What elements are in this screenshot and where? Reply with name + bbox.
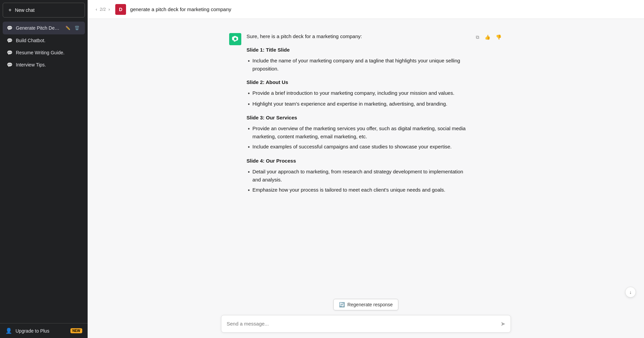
chat-area: Sure, here is a pitch deck for a marketi…	[88, 19, 644, 295]
chat-item-label: Interview Tips.	[16, 62, 81, 67]
chat-item-actions: ✏️ 🗑️	[64, 25, 81, 31]
slide-3-bullets: Provide an overview of the marketing ser…	[247, 124, 469, 151]
sidebar-item-interview-tips[interactable]: 💬 Interview Tips.	[3, 59, 85, 71]
conversation-title: generate a pitch deck for marketing comp…	[130, 6, 231, 12]
assistant-message-block: Sure, here is a pitch deck for a marketi…	[221, 27, 511, 202]
thumbs-down-button[interactable]: 👎	[494, 33, 503, 41]
sidebar-item-build-chatbot[interactable]: 💬 Build Chatbot.	[3, 34, 85, 47]
new-chat-label: New chat	[15, 7, 34, 13]
sidebar-item-resume-writing-guide[interactable]: 💬 Resume Writing Guide.	[3, 47, 85, 59]
thumbs-up-icon: 👍	[485, 34, 490, 40]
thumbs-up-button[interactable]: 👍	[483, 33, 492, 41]
edit-chat-button[interactable]: ✏️	[64, 25, 72, 31]
user-avatar: D	[115, 4, 126, 15]
sidebar-item-generate-pitch-deck[interactable]: 💬 Generate Pitch Deck. ✏️ 🗑️	[3, 22, 85, 34]
chat-icon: 💬	[7, 62, 12, 67]
slide-2-bullet-1: Provide a brief introduction to your mar…	[247, 89, 469, 98]
slide-3-title: Slide 3: Our Services	[247, 114, 469, 122]
chat-icon: 💬	[7, 25, 12, 31]
thumbs-down-icon: 👎	[496, 34, 501, 40]
delete-chat-button[interactable]: 🗑️	[73, 25, 81, 31]
chat-item-label: Resume Writing Guide.	[16, 50, 81, 55]
assistant-message: Sure, here is a pitch deck for a marketi…	[229, 32, 503, 197]
new-badge: NEW	[70, 328, 82, 333]
scroll-down-button[interactable]: ↓	[625, 287, 636, 298]
slide-2-bullets: Provide a brief introduction to your mar…	[247, 89, 469, 108]
openai-logo-icon	[232, 36, 239, 43]
message-intro: Sure, here is a pitch deck for a marketi…	[247, 32, 469, 40]
assistant-avatar	[229, 33, 241, 45]
navigation-arrows: ‹ 2/2 ›	[94, 6, 111, 12]
chat-item-label: Build Chatbot.	[16, 38, 81, 43]
scroll-down-icon: ↓	[630, 289, 632, 295]
slide-4-title: Slide 4: Our Process	[247, 157, 469, 165]
copy-message-button[interactable]: ⧉	[474, 33, 481, 41]
slide-2-title: Slide 2: About Us	[247, 78, 469, 86]
upgrade-label: Upgrade to Plus	[16, 328, 49, 334]
page-indicator: 2/2	[100, 7, 106, 12]
regenerate-container: 🔄 Regenerate response	[333, 299, 399, 310]
regenerate-icon: 🔄	[339, 302, 345, 307]
input-container: ➤	[221, 315, 511, 333]
bottom-bar: 🔄 Regenerate response ➤	[88, 295, 644, 338]
slide-1-bullets: Include the name of your marketing compa…	[247, 57, 469, 73]
chat-header: ‹ 2/2 › D generate a pitch deck for mark…	[88, 0, 644, 19]
slide-1-bullet-1: Include the name of your marketing compa…	[247, 57, 469, 73]
slide-4-bullets: Detail your approach to marketing, from …	[247, 168, 469, 195]
chat-list: 💬 Generate Pitch Deck. ✏️ 🗑️ 💬 Build Cha…	[0, 20, 88, 323]
plus-icon: +	[8, 7, 11, 13]
main-content: ‹ 2/2 › D generate a pitch deck for mark…	[88, 0, 644, 338]
regenerate-label: Regenerate response	[347, 302, 393, 307]
message-text-content: Sure, here is a pitch deck for a marketi…	[247, 32, 469, 197]
slide-1-title: Slide 1: Title Slide	[247, 46, 469, 54]
regenerate-response-button[interactable]: 🔄 Regenerate response	[333, 299, 399, 310]
slide-4-bullet-1: Detail your approach to marketing, from …	[247, 168, 469, 184]
new-chat-button[interactable]: + New chat	[3, 3, 85, 18]
slide-3-bullet-1: Provide an overview of the marketing ser…	[247, 124, 469, 141]
chat-icon: 💬	[7, 50, 12, 55]
copy-icon: ⧉	[476, 34, 479, 40]
slide-4-bullet-2: Emphasize how your process is tailored t…	[247, 186, 469, 195]
message-input[interactable]	[221, 315, 511, 333]
sidebar: + New chat 💬 Generate Pitch Deck. ✏️ 🗑️ …	[0, 0, 88, 338]
upgrade-to-plus-section[interactable]: 👤 Upgrade to Plus NEW	[0, 323, 88, 338]
chat-item-label: Generate Pitch Deck.	[16, 25, 61, 31]
prev-arrow[interactable]: ‹	[94, 6, 98, 12]
user-icon: 👤	[5, 328, 12, 334]
slide-3-bullet-2: Include examples of successful campaigns…	[247, 143, 469, 151]
slide-2-bullet-2: Highlight your team's experience and exp…	[247, 100, 469, 109]
chat-icon: 💬	[7, 38, 12, 43]
send-button[interactable]: ➤	[499, 319, 507, 329]
next-arrow[interactable]: ›	[107, 6, 111, 12]
message-actions: ⧉ 👍 👎	[474, 32, 503, 41]
send-icon: ➤	[500, 320, 505, 328]
